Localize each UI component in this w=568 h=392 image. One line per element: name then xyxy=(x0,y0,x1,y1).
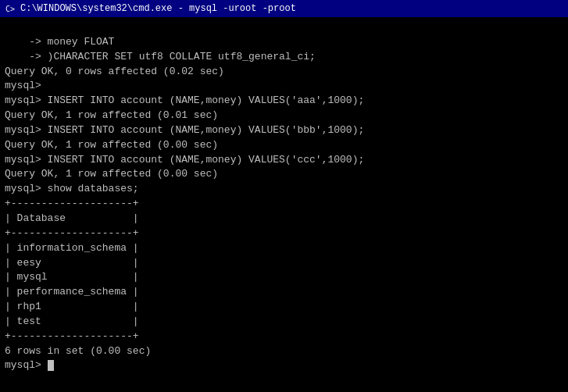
title-bar-text: C:\WINDOWS\system32\cmd.exe - mysql -uro… xyxy=(20,3,296,14)
terminal-line: mysql> INSERT INTO account (NAME,money) … xyxy=(5,94,563,109)
cmd-icon: C> xyxy=(5,3,16,14)
terminal-body[interactable]: -> money FLOAT -> )CHARACTER SET utf8 CO… xyxy=(0,17,568,392)
terminal-line: 6 rows in set (0.00 sec) xyxy=(5,344,563,359)
terminal-line: -> )CHARACTER SET utf8 COLLATE utf8_gene… xyxy=(5,50,563,65)
terminal-line: mysql> xyxy=(5,79,563,94)
svg-text:C>: C> xyxy=(5,5,15,13)
terminal-line: mysql> xyxy=(5,358,563,373)
terminal-line: Query OK, 1 row affected (0.01 sec) xyxy=(5,109,563,123)
terminal-line: | mysql | xyxy=(5,270,563,285)
terminal-line: | test | xyxy=(5,315,563,330)
terminal-line: mysql> INSERT INTO account (NAME,money) … xyxy=(5,153,563,168)
terminal-line: -> money FLOAT xyxy=(5,35,563,50)
terminal-line: mysql> show databases; xyxy=(5,182,563,197)
terminal-line: | information_schema | xyxy=(5,241,563,256)
terminal-line: Query OK, 0 rows affected (0.02 sec) xyxy=(5,65,563,80)
terminal-cursor xyxy=(48,360,54,371)
terminal-line: mysql> INSERT INTO account (NAME,money) … xyxy=(5,123,563,138)
terminal-line: | performance_schema | xyxy=(5,285,563,300)
title-bar: C> C:\WINDOWS\system32\cmd.exe - mysql -… xyxy=(0,0,568,17)
terminal-line: | rhp1 | xyxy=(5,300,563,315)
terminal-line: +--------------------+ xyxy=(5,197,563,212)
terminal-line: Query OK, 1 row affected (0.00 sec) xyxy=(5,167,563,182)
terminal-line: | Database | xyxy=(5,212,563,226)
terminal-line: +--------------------+ xyxy=(5,226,563,241)
terminal-line: Query OK, 1 row affected (0.00 sec) xyxy=(5,138,563,153)
terminal-line: +--------------------+ xyxy=(5,330,563,344)
terminal-line: | eesy | xyxy=(5,256,563,271)
